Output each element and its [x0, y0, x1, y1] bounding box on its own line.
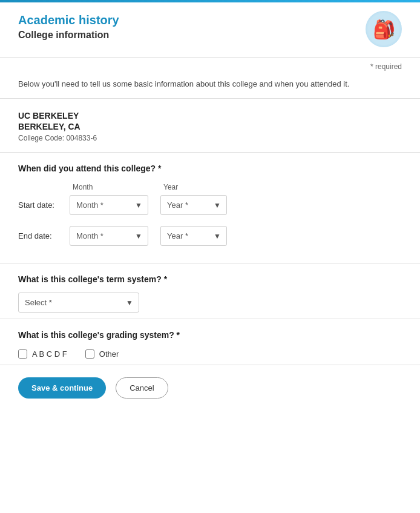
end-date-selects: Month * January February March April May…: [70, 226, 227, 246]
start-date-selects: Month * January February March April May…: [70, 195, 227, 215]
backpack-icon: 🎒: [366, 11, 402, 47]
cancel-button[interactable]: Cancel: [116, 377, 168, 399]
start-date-row: Start date: Month * January February Mar…: [18, 195, 402, 215]
college-information-title: College information: [18, 30, 119, 41]
end-date-row: End date: Month * January February March…: [18, 226, 402, 246]
academic-history-title: Academic history: [18, 13, 119, 27]
other-checkbox-item[interactable]: Other: [85, 349, 119, 359]
end-date-label: End date:: [18, 231, 70, 240]
attendance-section: When did you attend this college? * Mont…: [0, 153, 420, 263]
attendance-question: When did you attend this college? *: [18, 164, 402, 173]
grading-section: What is this college's grading system? *…: [0, 319, 420, 365]
term-select[interactable]: Select * Semester Quarter Trimester Othe…: [18, 293, 139, 313]
grading-question: What is this college's grading system? *: [18, 330, 402, 340]
term-select-inner[interactable]: Select * Semester Quarter Trimester Othe…: [18, 293, 139, 313]
college-info-block: UC BERKELEY BERKELEY, CA College Code: 0…: [0, 99, 420, 153]
start-year-wrapper[interactable]: Year * 2024 2023 2022 2021 2020 ▼: [160, 195, 227, 215]
start-year-select[interactable]: Year * 2024 2023 2022 2021 2020: [160, 195, 227, 215]
description-text: Below you'll need to tell us some basic …: [0, 73, 420, 99]
month-col-label: Month: [73, 183, 145, 191]
date-col-labels: Month Year: [73, 183, 402, 191]
header: Academic history College information 🎒: [0, 2, 420, 58]
abcdf-label: A B C D F: [32, 349, 67, 359]
abcdf-checkbox[interactable]: [18, 349, 27, 359]
end-month-wrapper[interactable]: Month * January February March April May…: [70, 226, 148, 246]
abcdf-checkbox-item[interactable]: A B C D F: [18, 349, 67, 359]
term-select-wrapper[interactable]: Select * Semester Quarter Trimester Othe…: [18, 293, 402, 313]
other-checkbox[interactable]: [85, 349, 94, 359]
start-date-label: Start date:: [18, 200, 70, 210]
start-month-select[interactable]: Month * January February March April May…: [70, 195, 148, 215]
end-year-wrapper[interactable]: Year * 2024 2023 2022 2021 2020 ▼: [160, 226, 227, 246]
end-year-select[interactable]: Year * 2024 2023 2022 2021 2020: [160, 226, 227, 246]
required-note: * required: [0, 58, 420, 73]
college-name: UC BERKELEY: [18, 111, 402, 121]
save-continue-button[interactable]: Save & continue: [18, 377, 106, 399]
college-location: BERKELEY, CA: [18, 122, 402, 131]
term-section: What is this college's term system? * Se…: [0, 263, 420, 319]
college-code: College Code: 004833-6: [18, 134, 402, 142]
footer-buttons: Save & continue Cancel: [0, 365, 420, 411]
term-question: What is this college's term system? *: [18, 274, 402, 284]
grading-checkboxes: A B C D F Other: [18, 349, 402, 359]
year-col-label: Year: [163, 183, 236, 191]
header-titles: Academic history College information: [18, 13, 119, 41]
start-month-wrapper[interactable]: Month * January February March April May…: [70, 195, 148, 215]
end-month-select[interactable]: Month * January February March April May…: [70, 226, 148, 246]
other-label: Other: [99, 349, 119, 359]
